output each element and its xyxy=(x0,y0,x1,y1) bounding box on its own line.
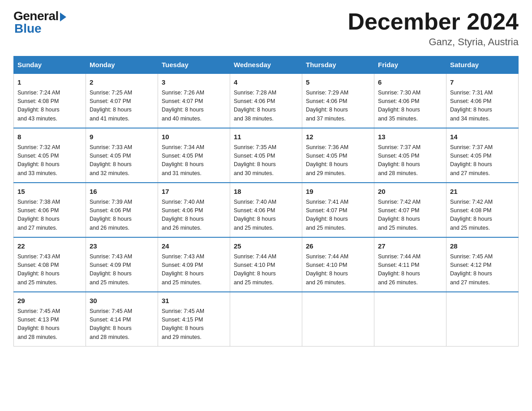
day-number: 5 xyxy=(306,77,370,88)
day-info: Sunrise: 7:25 AMSunset: 4:07 PMDaylight:… xyxy=(90,89,154,124)
week-row-4: 22 Sunrise: 7:43 AMSunset: 4:08 PMDaylig… xyxy=(14,237,519,292)
day-info: Sunrise: 7:45 AMSunset: 4:13 PMDaylight:… xyxy=(17,307,82,342)
day-number: 31 xyxy=(162,296,226,306)
day-number: 1 xyxy=(17,77,82,88)
day-info: Sunrise: 7:32 AMSunset: 4:05 PMDaylight:… xyxy=(17,143,82,178)
day-info: Sunrise: 7:41 AMSunset: 4:07 PMDaylight:… xyxy=(306,198,370,233)
weekday-header-tuesday: Tuesday xyxy=(158,56,230,74)
calendar-cell: 24 Sunrise: 7:43 AMSunset: 4:09 PMDaylig… xyxy=(158,237,230,292)
day-info: Sunrise: 7:45 AMSunset: 4:15 PMDaylight:… xyxy=(162,307,226,342)
day-number: 20 xyxy=(378,187,442,197)
day-number: 14 xyxy=(450,132,515,142)
calendar-table: SundayMondayTuesdayWednesdayThursdayFrid… xyxy=(13,56,519,347)
day-number: 4 xyxy=(234,77,298,88)
calendar-cell: 26 Sunrise: 7:44 AMSunset: 4:10 PMDaylig… xyxy=(302,237,374,292)
day-info: Sunrise: 7:30 AMSunset: 4:06 PMDaylight:… xyxy=(378,89,442,124)
calendar-cell: 12 Sunrise: 7:36 AMSunset: 4:05 PMDaylig… xyxy=(302,128,374,183)
calendar-cell: 7 Sunrise: 7:31 AMSunset: 4:06 PMDayligh… xyxy=(446,73,519,128)
day-number: 29 xyxy=(17,296,82,306)
calendar-cell: 4 Sunrise: 7:28 AMSunset: 4:06 PMDayligh… xyxy=(230,73,302,128)
weekday-header-saturday: Saturday xyxy=(446,56,519,74)
day-info: Sunrise: 7:45 AMSunset: 4:12 PMDaylight:… xyxy=(450,253,515,287)
day-number: 16 xyxy=(90,187,154,197)
calendar-cell: 2 Sunrise: 7:25 AMSunset: 4:07 PMDayligh… xyxy=(86,73,158,128)
week-row-3: 15 Sunrise: 7:38 AMSunset: 4:06 PMDaylig… xyxy=(14,183,519,237)
calendar-cell xyxy=(446,292,519,347)
day-info: Sunrise: 7:43 AMSunset: 4:09 PMDaylight:… xyxy=(90,253,154,287)
day-number: 8 xyxy=(17,132,82,142)
month-title: December 2024 xyxy=(348,9,519,34)
day-info: Sunrise: 7:44 AMSunset: 4:10 PMDaylight:… xyxy=(306,253,370,287)
logo: General Blue xyxy=(13,9,66,36)
week-row-5: 29 Sunrise: 7:45 AMSunset: 4:13 PMDaylig… xyxy=(14,292,519,347)
day-info: Sunrise: 7:31 AMSunset: 4:06 PMDaylight:… xyxy=(450,89,515,124)
day-number: 24 xyxy=(162,241,226,252)
weekday-header-wednesday: Wednesday xyxy=(230,56,302,74)
logo-blue-text: Blue xyxy=(14,21,42,36)
day-number: 19 xyxy=(306,187,370,197)
calendar-cell: 8 Sunrise: 7:32 AMSunset: 4:05 PMDayligh… xyxy=(14,128,86,183)
day-info: Sunrise: 7:43 AMSunset: 4:08 PMDaylight:… xyxy=(17,253,82,287)
calendar-cell: 30 Sunrise: 7:45 AMSunset: 4:14 PMDaylig… xyxy=(86,292,158,347)
day-number: 18 xyxy=(234,187,298,197)
calendar-cell: 14 Sunrise: 7:37 AMSunset: 4:05 PMDaylig… xyxy=(446,128,519,183)
day-info: Sunrise: 7:36 AMSunset: 4:05 PMDaylight:… xyxy=(306,143,370,178)
calendar-cell: 31 Sunrise: 7:45 AMSunset: 4:15 PMDaylig… xyxy=(158,292,230,347)
calendar-cell: 9 Sunrise: 7:33 AMSunset: 4:05 PMDayligh… xyxy=(86,128,158,183)
day-info: Sunrise: 7:43 AMSunset: 4:09 PMDaylight:… xyxy=(162,253,226,287)
calendar-cell: 15 Sunrise: 7:38 AMSunset: 4:06 PMDaylig… xyxy=(14,183,86,237)
calendar-cell xyxy=(230,292,302,347)
day-info: Sunrise: 7:29 AMSunset: 4:06 PMDaylight:… xyxy=(306,89,370,124)
day-number: 15 xyxy=(17,187,82,197)
day-number: 23 xyxy=(90,241,154,252)
day-number: 7 xyxy=(450,77,515,88)
calendar-cell: 25 Sunrise: 7:44 AMSunset: 4:10 PMDaylig… xyxy=(230,237,302,292)
day-info: Sunrise: 7:38 AMSunset: 4:06 PMDaylight:… xyxy=(17,198,82,233)
day-number: 10 xyxy=(162,132,226,142)
calendar-cell: 3 Sunrise: 7:26 AMSunset: 4:07 PMDayligh… xyxy=(158,73,230,128)
day-number: 3 xyxy=(162,77,226,88)
day-number: 6 xyxy=(378,77,442,88)
calendar-cell: 28 Sunrise: 7:45 AMSunset: 4:12 PMDaylig… xyxy=(446,237,519,292)
calendar-cell: 6 Sunrise: 7:30 AMSunset: 4:06 PMDayligh… xyxy=(374,73,446,128)
day-number: 11 xyxy=(234,132,298,142)
calendar-cell: 17 Sunrise: 7:40 AMSunset: 4:06 PMDaylig… xyxy=(158,183,230,237)
day-info: Sunrise: 7:42 AMSunset: 4:08 PMDaylight:… xyxy=(450,198,515,233)
day-number: 2 xyxy=(90,77,154,88)
day-info: Sunrise: 7:40 AMSunset: 4:06 PMDaylight:… xyxy=(234,198,298,233)
day-number: 26 xyxy=(306,241,370,252)
calendar-cell: 1 Sunrise: 7:24 AMSunset: 4:08 PMDayligh… xyxy=(14,73,86,128)
weekday-header-monday: Monday xyxy=(86,56,158,74)
day-number: 9 xyxy=(90,132,154,142)
day-info: Sunrise: 7:42 AMSunset: 4:07 PMDaylight:… xyxy=(378,198,442,233)
calendar-cell: 19 Sunrise: 7:41 AMSunset: 4:07 PMDaylig… xyxy=(302,183,374,237)
day-info: Sunrise: 7:44 AMSunset: 4:10 PMDaylight:… xyxy=(234,253,298,287)
day-number: 22 xyxy=(17,241,82,252)
weekday-header-row: SundayMondayTuesdayWednesdayThursdayFrid… xyxy=(14,56,519,74)
calendar-cell xyxy=(302,292,374,347)
day-info: Sunrise: 7:45 AMSunset: 4:14 PMDaylight:… xyxy=(90,307,154,342)
calendar-cell: 5 Sunrise: 7:29 AMSunset: 4:06 PMDayligh… xyxy=(302,73,374,128)
day-info: Sunrise: 7:37 AMSunset: 4:05 PMDaylight:… xyxy=(450,143,515,178)
day-info: Sunrise: 7:26 AMSunset: 4:07 PMDaylight:… xyxy=(162,89,226,124)
day-number: 25 xyxy=(234,241,298,252)
weekday-header-thursday: Thursday xyxy=(302,56,374,74)
day-info: Sunrise: 7:33 AMSunset: 4:05 PMDaylight:… xyxy=(90,143,154,178)
calendar-cell: 13 Sunrise: 7:37 AMSunset: 4:05 PMDaylig… xyxy=(374,128,446,183)
day-info: Sunrise: 7:37 AMSunset: 4:05 PMDaylight:… xyxy=(378,143,442,178)
calendar-cell: 29 Sunrise: 7:45 AMSunset: 4:13 PMDaylig… xyxy=(14,292,86,347)
calendar-cell: 16 Sunrise: 7:39 AMSunset: 4:06 PMDaylig… xyxy=(86,183,158,237)
day-number: 17 xyxy=(162,187,226,197)
day-info: Sunrise: 7:39 AMSunset: 4:06 PMDaylight:… xyxy=(90,198,154,233)
calendar-cell: 27 Sunrise: 7:44 AMSunset: 4:11 PMDaylig… xyxy=(374,237,446,292)
day-number: 12 xyxy=(306,132,370,142)
day-info: Sunrise: 7:28 AMSunset: 4:06 PMDaylight:… xyxy=(234,89,298,124)
day-info: Sunrise: 7:35 AMSunset: 4:05 PMDaylight:… xyxy=(234,143,298,178)
location-subtitle: Ganz, Styria, Austria xyxy=(348,36,519,48)
calendar-cell xyxy=(374,292,446,347)
calendar-cell: 11 Sunrise: 7:35 AMSunset: 4:05 PMDaylig… xyxy=(230,128,302,183)
calendar-cell: 20 Sunrise: 7:42 AMSunset: 4:07 PMDaylig… xyxy=(374,183,446,237)
weekday-header-friday: Friday xyxy=(374,56,446,74)
day-number: 27 xyxy=(378,241,442,252)
calendar-cell: 21 Sunrise: 7:42 AMSunset: 4:08 PMDaylig… xyxy=(446,183,519,237)
